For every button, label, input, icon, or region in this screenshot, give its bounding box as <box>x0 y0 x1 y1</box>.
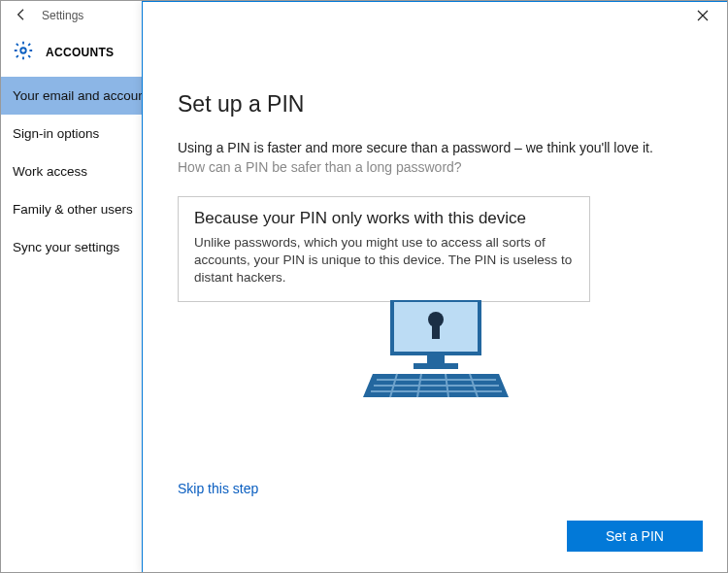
info-box-text: Unlike passwords, which you might use to… <box>194 234 574 287</box>
sidebar-item-label: Your email and accounts <box>13 88 155 103</box>
set-pin-button[interactable]: Set a PIN <box>567 521 703 552</box>
svg-rect-4 <box>427 354 445 363</box>
back-arrow-icon <box>14 7 29 25</box>
back-button[interactable] <box>9 3 34 28</box>
info-box-title: Because your PIN only works with this de… <box>194 209 574 228</box>
dialog-header <box>143 2 728 31</box>
accounts-title: ACCOUNTS <box>46 46 114 59</box>
sidebar-item-label: Work access <box>13 164 87 179</box>
gear-icon <box>13 40 34 65</box>
pin-setup-dialog: Set up a PIN Using a PIN is faster and m… <box>142 1 728 573</box>
dialog-body: Set up a PIN Using a PIN is faster and m… <box>143 31 728 497</box>
sidebar-item-label: Sign-in options <box>13 126 99 141</box>
computer-lock-illustration <box>178 300 693 411</box>
close-icon <box>697 8 709 25</box>
close-button[interactable] <box>683 3 722 30</box>
sidebar-item-label: Sync your settings <box>13 240 119 254</box>
pin-info-box: Because your PIN only works with this de… <box>178 196 590 302</box>
sidebar-item-label: Family & other users <box>13 202 133 217</box>
svg-rect-5 <box>414 363 458 369</box>
dialog-title: Set up a PIN <box>178 91 693 118</box>
computer-lock-icon <box>353 300 518 411</box>
dialog-footer: Set a PIN <box>567 521 703 552</box>
svg-point-0 <box>20 48 26 53</box>
skip-link[interactable]: Skip this step <box>178 481 258 496</box>
settings-label: Settings <box>42 9 83 22</box>
svg-rect-3 <box>432 323 440 339</box>
dialog-sub-question[interactable]: How can a PIN be safer than a long passw… <box>178 159 693 175</box>
dialog-description: Using a PIN is faster and more secure th… <box>178 139 693 157</box>
